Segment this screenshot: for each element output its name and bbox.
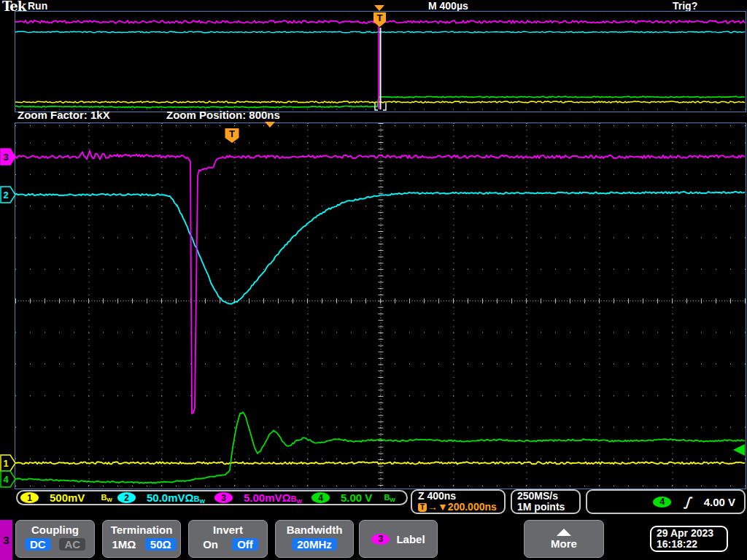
menu-button-termination[interactable]: Termination1MΩ50Ω <box>102 520 181 558</box>
bandwidth-limit-icon: BW <box>101 493 112 503</box>
channel-2-readout[interactable]: 250.0mVΩBW <box>117 491 214 505</box>
trigger-flag-icon: T <box>418 503 427 512</box>
menu-button-bandwidth[interactable]: Bandwidth20MHz <box>275 520 354 558</box>
zoom-trace-ch1 <box>15 462 745 464</box>
zoom-trigger-flag-icon: T <box>225 128 239 143</box>
menu-button-title: Bandwidth <box>276 524 353 536</box>
graticule <box>15 123 746 489</box>
zoom-position-readout: Zoom Position: 800ns <box>166 109 280 121</box>
menu-button-label[interactable]: 3Label <box>359 520 438 558</box>
option-dc[interactable]: DC <box>25 538 51 551</box>
menu-button-coupling[interactable]: CouplingDCAC <box>15 520 95 558</box>
datetime-box: 29 Apr 2023 16:18:22 <box>650 526 728 552</box>
main-timebase-readout: M 400µs <box>428 0 468 12</box>
trigger-settings-box[interactable]: 4 ∫ 4.00 V <box>586 489 746 514</box>
svg-text:4: 4 <box>3 474 9 485</box>
up-triangle-icon <box>557 529 571 536</box>
zoom-delay-marker-icon <box>265 122 275 128</box>
trigger-status: Trig? <box>673 0 697 12</box>
sample-rate-readout: 250MS/s <box>517 491 579 502</box>
option-on[interactable]: On <box>198 538 223 551</box>
acquisition-box[interactable]: 250MS/s 1M points <box>511 489 581 514</box>
overview-trigger-flag-icon: T <box>374 12 386 27</box>
channel-2-badge: 2 <box>117 492 136 503</box>
trigger-slope-icon: ∫ <box>684 494 691 509</box>
option-50ω[interactable]: 50Ω <box>145 538 177 551</box>
date-readout: 29 Apr 2023 <box>657 528 727 539</box>
svg-text:3: 3 <box>3 152 8 163</box>
zoom-scale-readout: Z 400ns <box>418 491 504 502</box>
trigger-source-badge: 4 <box>653 497 671 508</box>
svg-text:T: T <box>377 12 383 23</box>
channel-4-badge: 4 <box>311 492 330 503</box>
menu-button-more[interactable]: More <box>524 520 604 558</box>
label-channel-badge: 3 <box>371 534 390 545</box>
channel-1-badge: 1 <box>20 492 39 503</box>
bandwidth-limit-icon: BW <box>384 493 395 503</box>
channel-1-marker: 1 <box>1 455 15 471</box>
svg-text:2: 2 <box>3 190 8 201</box>
menu-channel-tab[interactable]: 3 <box>0 520 12 560</box>
menu-button-title: Termination <box>103 524 180 536</box>
delay-readout: 200.000ns <box>448 502 497 513</box>
svg-text:T: T <box>229 128 235 139</box>
time-readout: 16:18:22 <box>657 539 727 550</box>
zoom-window[interactable]: T <box>15 122 746 489</box>
channel-3-badge: 3 <box>214 492 233 503</box>
channel-4-marker: 4 <box>1 471 15 487</box>
option-ac[interactable]: AC <box>59 538 85 551</box>
option-1mω[interactable]: 1MΩ <box>107 538 141 551</box>
zoom-trace-ch2 <box>15 192 745 304</box>
menu-button-label: Label <box>396 533 425 545</box>
trigger-level-readout: 4.00 V <box>704 496 735 508</box>
svg-text:1: 1 <box>3 458 8 469</box>
acquisition-status: Run <box>28 0 47 12</box>
record-length-readout: 1M points <box>517 502 579 513</box>
menu-button-invert[interactable]: InvertOnOff <box>188 520 268 558</box>
channel-3-marker: 3 <box>1 149 15 165</box>
menu-button-title: Coupling <box>16 524 94 536</box>
channel-1-readout[interactable]: 1500mVBW <box>20 491 117 504</box>
channel-readouts[interactable]: 1500mVBW250.0mVΩBW35.00mVΩBW45.00 VBW <box>16 490 408 505</box>
delay-arrow-icon: →▼ <box>427 502 448 513</box>
channel-4-scale: 5.00 V <box>341 491 372 504</box>
menu-button-title: Invert <box>189 524 267 536</box>
option-20mhz[interactable]: 20MHz <box>292 538 337 551</box>
channel-3-scale: 5.00mVΩBW <box>244 491 302 505</box>
channel-4-readout[interactable]: 45.00 VBW <box>311 491 409 504</box>
oscilloscope-screen: { "topbar": { "logo": "Tek", "acq_status… <box>0 0 747 560</box>
overview-trigger-position-icon <box>374 5 384 11</box>
channel-2-marker: 2 <box>1 187 15 203</box>
trigger-level-arrow-icon <box>733 444 745 456</box>
menu-button-label: More <box>551 537 577 550</box>
zoom-factor-readout: Zoom Factor: 1kX <box>18 109 110 121</box>
option-off[interactable]: Off <box>232 538 258 551</box>
channel-2-scale: 50.0mVΩBW <box>147 491 205 505</box>
channel-1-scale: 500mV <box>50 491 85 504</box>
zoom-timebase-box[interactable]: Z 400ns T →▼ 200.000ns <box>411 489 506 514</box>
channel-3-readout[interactable]: 35.00mVΩBW <box>214 491 311 505</box>
overview-window[interactable]: T3214 <box>15 11 746 112</box>
